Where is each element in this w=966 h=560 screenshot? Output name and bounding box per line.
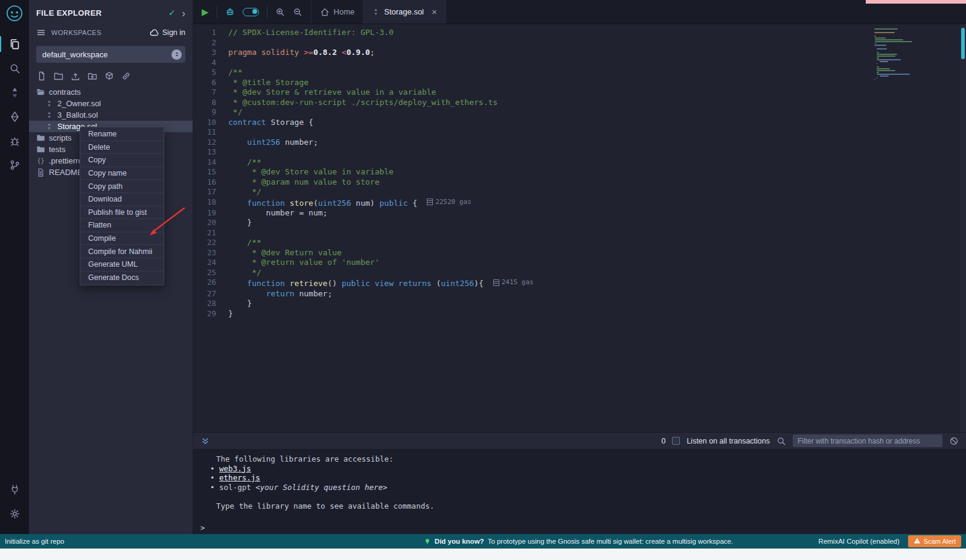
tree-item-label: tests [49, 145, 65, 154]
context-menu-item-flatten[interactable]: Flatten [80, 219, 164, 232]
terminal-console[interactable]: The following libraries are accessible:•… [193, 449, 966, 534]
copilot-status[interactable]: RemixAI Copilot (enabled) [819, 538, 900, 545]
chevron-right-icon[interactable]: › [182, 7, 185, 19]
line-number[interactable]: 4 [193, 58, 228, 68]
line-number[interactable]: 2 [193, 38, 228, 48]
create-folder-icon[interactable] [54, 71, 63, 81]
zoom-out-icon[interactable] [293, 7, 302, 17]
tree-item-contracts[interactable]: contracts [29, 86, 193, 98]
close-tab-icon[interactable]: × [432, 7, 437, 16]
git-init-button[interactable]: Initialize as git repo [5, 538, 64, 545]
zoom-in-icon[interactable] [275, 7, 285, 17]
line-number[interactable]: 29 [193, 309, 228, 319]
git-icon[interactable] [0, 153, 29, 177]
line-number[interactable]: 23 [193, 248, 228, 258]
remix-logo-icon[interactable] [5, 4, 24, 25]
code-text: * @param num value to store [228, 177, 379, 188]
context-menu-item-copy-path[interactable]: Copy path [80, 180, 164, 193]
deploy-and-run-icon[interactable] [0, 104, 29, 129]
code-editor[interactable]: 1// SPDX-License-Identifier: GPL-3.023pr… [193, 25, 966, 432]
context-menu-item-compile[interactable]: Compile [80, 232, 164, 246]
minimap[interactable] [874, 28, 923, 80]
context-menu-item-generate-uml[interactable]: Generate UML [80, 258, 164, 272]
context-menu-item-generate-docs[interactable]: Generate Docs [80, 272, 164, 285]
tab-home[interactable]: Home [311, 0, 364, 24]
search-transactions-icon[interactable] [776, 436, 786, 446]
editor-scrollbar[interactable] [960, 25, 966, 432]
line-number[interactable]: 12 [193, 138, 228, 148]
search-icon[interactable] [0, 56, 29, 80]
line-number[interactable]: 7 [193, 88, 228, 98]
line-number[interactable]: 20 [193, 218, 228, 228]
line-number[interactable]: 11 [193, 127, 228, 138]
context-menu-item-download[interactable]: Download [80, 193, 164, 206]
create-file-icon[interactable] [37, 71, 46, 81]
ai-copilot-icon[interactable] [225, 7, 235, 17]
line-number[interactable]: 18 [193, 197, 228, 208]
tab-storage-sol[interactable]: Storage.sol × [363, 0, 446, 24]
context-menu-item-rename[interactable]: Rename [80, 128, 164, 141]
library-link[interactable]: ethers.js [219, 473, 260, 482]
ai-copilot-toggle[interactable] [243, 8, 259, 16]
context-menu-item-publish-file-to-gist[interactable]: Publish file to gist [80, 206, 164, 220]
settings-icon[interactable] [0, 501, 29, 526]
listen-transactions-checkbox[interactable] [672, 437, 680, 445]
line-number[interactable]: 8 [193, 98, 228, 108]
template-cube-icon[interactable] [104, 71, 114, 81]
code-text: contract Storage { [228, 118, 313, 128]
line-number[interactable]: 26 [193, 278, 228, 288]
collapse-terminal-icon[interactable] [200, 436, 210, 446]
line-number[interactable]: 28 [193, 299, 228, 309]
clear-console-icon[interactable] [949, 436, 959, 446]
library-link[interactable]: web3.js [219, 464, 251, 473]
scrollbar-thumb[interactable] [961, 28, 965, 59]
context-menu-item-copy[interactable]: Copy [80, 154, 164, 167]
line-number[interactable]: 1 [193, 28, 228, 38]
code-text: } [228, 218, 252, 228]
terminal-prompt: > [193, 523, 966, 533]
line-number[interactable]: 9 [193, 107, 228, 118]
line-number[interactable]: 3 [193, 48, 228, 58]
scam-alert-badge[interactable]: Scam Alert [908, 535, 961, 547]
line-number[interactable]: 21 [193, 228, 228, 238]
line-number[interactable]: 5 [193, 68, 228, 78]
code-text: function store(uint256 num) public {2252… [228, 197, 472, 208]
tree-item-label: contracts [49, 88, 81, 97]
line-number[interactable]: 17 [193, 187, 228, 197]
check-icon[interactable]: ✓ [168, 8, 176, 18]
upload-folder-icon[interactable] [88, 71, 97, 81]
line-number[interactable]: 16 [193, 177, 228, 188]
context-menu-item-compile-for-nahmii[interactable]: Compile for Nahmii [80, 245, 164, 258]
sign-in-button[interactable]: Sign in [150, 28, 185, 37]
line-number[interactable]: 6 [193, 78, 228, 88]
debugger-icon[interactable] [0, 129, 29, 153]
line-number[interactable]: 15 [193, 167, 228, 177]
line-number[interactable]: 10 [193, 118, 228, 128]
context-menu-item-delete[interactable]: Delete [80, 141, 164, 154]
context-menu-item-copy-name[interactable]: Copy name [80, 167, 164, 180]
line-number[interactable]: 25 [193, 268, 228, 278]
code-line: 15 * @dev Store value in variable [193, 167, 966, 177]
code-line: 5/** [193, 68, 966, 78]
code-line: 16 * @param num value to store [193, 177, 966, 188]
transaction-filter-input[interactable] [793, 434, 942, 447]
file-explorer-icon[interactable] [0, 32, 29, 56]
line-number[interactable]: 14 [193, 158, 228, 168]
line-number[interactable]: 24 [193, 258, 228, 268]
line-number[interactable]: 13 [193, 147, 228, 158]
line-number[interactable]: 27 [193, 289, 228, 299]
code-line: 22 /** [193, 238, 966, 248]
run-button[interactable]: ▶ [202, 7, 209, 16]
upload-file-icon[interactable] [71, 71, 80, 81]
link-icon[interactable] [121, 71, 131, 81]
code-line: 4 [193, 58, 966, 68]
code-text: /** [228, 158, 261, 168]
workspaces-menu-icon[interactable] [36, 28, 46, 37]
solidity-compiler-icon[interactable] [0, 80, 29, 104]
tree-item-3-ballot-sol[interactable]: 3_Ballot.sol [29, 109, 193, 121]
line-number[interactable]: 19 [193, 208, 228, 218]
workspace-select[interactable]: default_workspace [36, 46, 185, 63]
tree-item-2-owner-sol[interactable]: 2_Owner.sol [29, 98, 193, 109]
line-number[interactable]: 22 [193, 238, 228, 248]
plugin-manager-icon[interactable] [0, 477, 29, 501]
